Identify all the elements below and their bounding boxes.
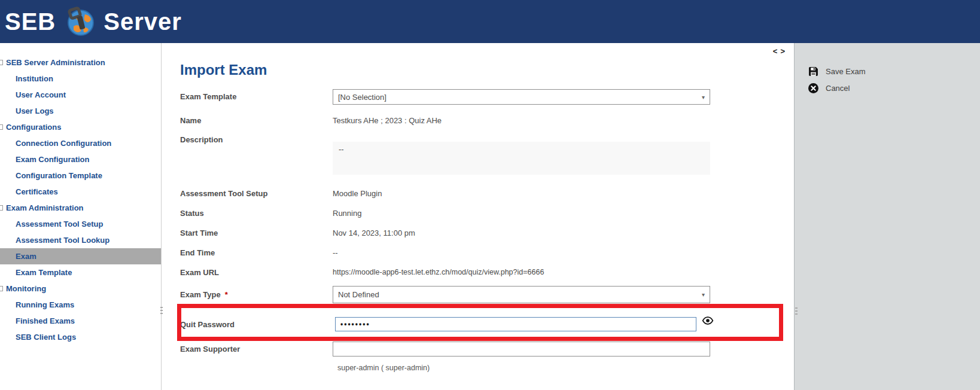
seb-server-app: SEB Server SEB Server Administration Ins…: [0, 0, 980, 390]
assessment-tool-setup-value: Moodle Plugin: [333, 186, 382, 200]
tree-toggle-icon[interactable]: [0, 286, 3, 291]
field-row-start-time: Start Time Nov 14, 2023, 11:00 pm: [162, 226, 793, 240]
cancel-label: Cancel: [826, 84, 850, 93]
field-row-end-time: End Time --: [162, 245, 793, 260]
save-exam-label: Save Exam: [826, 67, 865, 76]
field-row-exam-supporter: Exam Supporter: [162, 342, 793, 357]
sidebar-item-assessment-tool-setup[interactable]: Assessment Tool Setup: [0, 216, 161, 232]
brand-server-text: Server: [104, 8, 182, 35]
sidebar-item-certificates[interactable]: Certificates: [0, 184, 161, 200]
field-row-exam-url: Exam URL https://moodle-app6-test.let.et…: [162, 265, 793, 279]
sidebar-item-user-account[interactable]: User Account: [0, 87, 161, 103]
field-row-name: Name Testkurs AHe ; 2023 : Quiz AHe: [162, 113, 793, 127]
cancel-button[interactable]: Cancel: [795, 80, 980, 96]
assessment-tool-setup-label: Assessment Tool Setup: [180, 186, 324, 200]
chevron-down-icon: ▾: [702, 291, 705, 298]
quit-password-label: Quit Password: [180, 317, 324, 331]
sidebar-item-monitoring[interactable]: Monitoring: [0, 281, 161, 297]
tree-toggle-icon[interactable]: [0, 60, 3, 65]
quit-password-input[interactable]: [335, 317, 696, 331]
exam-type-selected-value: Not Defined: [338, 290, 379, 299]
name-value: Testkurs AHe ; 2023 : Quiz AHe: [333, 113, 442, 127]
exam-template-label: Exam Template: [180, 89, 324, 103]
field-row-status: Status Running: [162, 206, 793, 220]
globe-key-logo-icon: [65, 7, 95, 36]
sidebar-item-institution[interactable]: Institution: [0, 71, 161, 87]
sidebar-item-running-exams[interactable]: Running Exams: [0, 297, 161, 313]
end-time-label: End Time: [180, 245, 324, 260]
end-time-value: --: [333, 245, 338, 260]
field-row-exam-type: Exam Type * Not Defined ▾: [162, 286, 793, 303]
exam-url-label: Exam URL: [180, 265, 324, 279]
start-time-value: Nov 14, 2023, 11:00 pm: [333, 226, 415, 240]
chevron-down-icon: ▾: [702, 94, 705, 100]
field-row-exam-template: Exam Template [No Selection] ▾: [162, 89, 793, 105]
sidebar-item-finished-exams[interactable]: Finished Exams: [0, 313, 161, 329]
field-row-description: Description --: [162, 132, 793, 191]
sidebar-item-exam-template[interactable]: Exam Template: [0, 264, 161, 281]
collapse-panel-icon[interactable]: <: [773, 47, 778, 56]
exam-supporter-hint: super-admin ( super-admin): [337, 364, 430, 372]
name-label: Name: [180, 113, 324, 127]
expand-panel-icon[interactable]: >: [780, 47, 785, 56]
sidebar-item-configuration-template[interactable]: Configuration Template: [0, 167, 161, 184]
sidebar-item-exam-administration[interactable]: Exam Administration: [0, 200, 161, 216]
description-label: Description: [180, 135, 324, 144]
panel-toggle: < >: [773, 47, 785, 56]
tree-toggle-icon[interactable]: [0, 205, 3, 211]
sidebar-item-user-logs[interactable]: User Logs: [0, 103, 161, 119]
sidebar-nav: SEB Server Administration Institution Us…: [0, 43, 162, 390]
action-panel: Save Exam Cancel: [794, 43, 980, 390]
exam-type-select[interactable]: Not Defined ▾: [333, 286, 710, 303]
sidebar-item-seb-server-administration[interactable]: SEB Server Administration: [0, 54, 161, 71]
sash-grip-right[interactable]: [795, 307, 798, 316]
cancel-circle-x-icon: [808, 83, 819, 93]
save-icon: [808, 66, 819, 77]
save-exam-button[interactable]: Save Exam: [795, 63, 980, 80]
exam-supporter-input[interactable]: [333, 342, 710, 357]
brand-seb-text: SEB: [5, 8, 56, 35]
app-header: SEB Server: [0, 0, 980, 43]
sidebar-item-exam[interactable]: Exam: [0, 248, 161, 264]
field-row-quit-password: Quit Password: [162, 317, 793, 331]
page-title: Import Exam: [180, 62, 267, 78]
field-row-assessment-tool-setup: Assessment Tool Setup Moodle Plugin: [162, 186, 793, 200]
status-label: Status: [180, 206, 324, 220]
sidebar-item-assessment-tool-lookup[interactable]: Assessment Tool Lookup: [0, 232, 161, 248]
exam-type-label: Exam Type *: [180, 286, 324, 303]
sidebar-item-connection-configuration[interactable]: Connection Configuration: [0, 135, 161, 151]
required-asterisk: *: [225, 290, 228, 299]
tree-toggle-icon[interactable]: [0, 124, 3, 130]
exam-template-select[interactable]: [No Selection] ▾: [333, 89, 710, 105]
brand: SEB Server: [5, 0, 182, 43]
sidebar-item-configurations[interactable]: Configurations: [0, 119, 161, 135]
import-exam-form: < > Import Exam Exam Template [No Select…: [162, 43, 793, 390]
eye-icon: [702, 316, 714, 325]
reveal-password-button[interactable]: [701, 314, 714, 327]
status-value: Running: [333, 206, 361, 220]
exam-url-value: https://moodle-app6-test.let.ethz.ch/mod…: [333, 265, 544, 279]
sash-grip-left[interactable]: [160, 307, 163, 315]
description-value-box: --: [333, 142, 710, 175]
exam-supporter-label: Exam Supporter: [180, 342, 324, 357]
sidebar-item-exam-configuration[interactable]: Exam Configuration: [0, 151, 161, 167]
exam-template-selected-value: [No Selection]: [338, 93, 386, 102]
sidebar-item-seb-client-logs[interactable]: SEB Client Logs: [0, 329, 161, 345]
start-time-label: Start Time: [180, 226, 324, 240]
